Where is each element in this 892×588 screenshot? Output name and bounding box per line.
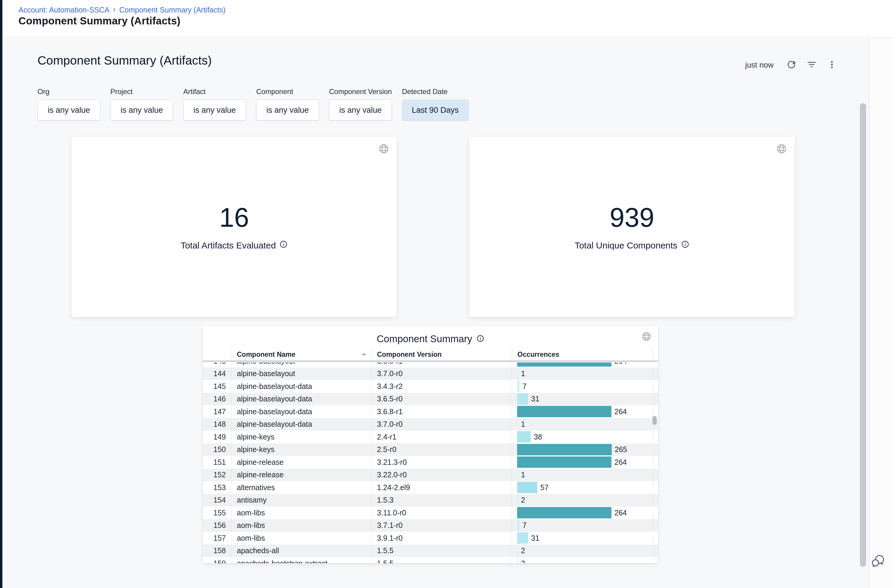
tile-total-unique-components: 939 Total Unique Components [469, 137, 795, 317]
occurrence-bar [517, 507, 612, 518]
table-row[interactable]: 151 alpine-release 3.21.3-r0 264 [203, 456, 658, 469]
cell-occurrences: 1 [512, 418, 653, 431]
cell-component-name: alpine-baselayout-data [231, 393, 371, 406]
occurrence-value: 1 [521, 369, 525, 378]
filter-org[interactable]: is any value [37, 100, 100, 120]
cell-occurrences: 1 [512, 469, 653, 482]
table-row[interactable]: 147 alpine-baselayout-data 3.6.8-r1 264 [203, 405, 658, 418]
occurrence-value: 7 [522, 521, 527, 530]
table-scrollbar-thumb[interactable] [652, 416, 657, 425]
occurrence-bar [517, 495, 518, 506]
cell-component-version: 3.4.3-r2 [371, 380, 512, 393]
occurrence-bar [517, 368, 518, 380]
cell-component-name: alternatives [231, 481, 371, 494]
occurrence-value: 264 [615, 508, 627, 517]
help-chat-button[interactable] [869, 552, 887, 570]
dashboard-title: Component Summary (Artifacts) [37, 54, 212, 68]
filter-project[interactable]: is any value [110, 100, 173, 120]
occurrence-bar [517, 545, 518, 556]
row-index: 151 [203, 456, 231, 469]
collapsed-sidebar-rail [0, 0, 2, 588]
table-row[interactable]: 158 apacheds-all 1.5.5 2 [203, 544, 658, 557]
table-row[interactable]: 155 aom-libs 3.11.0-r0 264 [203, 507, 658, 519]
filter-detected-date[interactable]: Last 90 Days [402, 100, 469, 120]
breadcrumb-account-link[interactable]: Account: Automation-SSCA [18, 6, 109, 14]
tile-component-summary-table: Component Summary Component Name Compone… [203, 326, 658, 563]
table-row[interactable]: 157 aom-libs 3.9.1-r0 31 [203, 532, 658, 544]
table-row[interactable]: 152 alpine-release 3.22.0-r0 1 [203, 469, 658, 482]
row-gutter [653, 469, 658, 482]
filter-label: Component [256, 87, 319, 96]
column-header-occurrences[interactable]: Occurrences [512, 348, 653, 361]
row-index: 158 [203, 544, 231, 557]
cell-component-version: 3.22.0-r0 [371, 469, 512, 482]
refresh-button[interactable] [785, 58, 798, 71]
cell-occurrences: 265 [512, 443, 653, 456]
cell-component-version: 3.6.8-r1 [371, 405, 512, 418]
row-gutter [653, 380, 658, 393]
cell-occurrences: 57 [512, 481, 653, 494]
chat-bubbles-icon [870, 566, 886, 570]
row-index: 150 [203, 443, 231, 456]
info-icon[interactable] [279, 240, 288, 250]
filter-component-version[interactable]: is any value [329, 100, 392, 120]
filter-component[interactable]: is any value [256, 100, 319, 120]
right-margin [870, 39, 892, 588]
cell-occurrences: 2 [512, 557, 653, 563]
table-row[interactable]: 144 alpine-baselayout 3.7.0-r0 1 [203, 368, 658, 380]
table-row[interactable]: 154 antisamy 1.5.3 2 [203, 494, 658, 507]
column-header-component-version[interactable]: Component Version [371, 348, 512, 361]
cell-component-version: 2.5-r0 [371, 443, 512, 456]
occurrence-bar [517, 456, 612, 468]
cell-component-name: antisamy [231, 494, 371, 507]
filter-icon [806, 59, 817, 71]
sort-asc-icon [361, 351, 367, 358]
table-row[interactable]: 150 alpine-keys 2.5-r0 265 [203, 443, 658, 456]
column-header-component-name[interactable]: Component Name [231, 348, 371, 361]
occurrence-value: 264 [615, 407, 627, 416]
cell-occurrences: 264 [512, 507, 653, 519]
cell-component-version: 3.6.8-r1 [371, 363, 512, 368]
table-row[interactable]: 149 alpine-keys 2.4-r1 38 [203, 430, 658, 443]
total-components-value: 939 [469, 204, 795, 231]
cell-component-name: alpine-baselayout-data [231, 405, 371, 418]
row-index: 143 [203, 363, 231, 368]
table-row[interactable]: 153 alternatives 1.24-2.el9 57 [203, 481, 658, 494]
occurrence-value: 264 [615, 458, 627, 466]
table-row[interactable]: 148 alpine-baselayout-data 3.7.0-r0 1 [203, 418, 658, 431]
table-row[interactable]: 145 alpine-baselayout-data 3.4.3-r2 7 [203, 380, 658, 393]
cell-component-name: aom-libs [231, 519, 371, 532]
row-index: 155 [203, 507, 231, 519]
row-gutter [653, 532, 658, 544]
occurrence-value: 1 [521, 471, 525, 479]
page-scrollbar-thumb[interactable] [860, 103, 866, 567]
breadcrumb-page-link[interactable]: Component Summary (Artifacts) [119, 6, 225, 14]
table-row[interactable]: 156 aom-libs 3.7.1-r0 7 [203, 519, 658, 532]
occurrence-bar [517, 431, 531, 442]
occurrence-bar [517, 558, 518, 563]
dashboard-filters-button[interactable] [805, 58, 818, 71]
occurrence-value: 264 [615, 363, 627, 365]
info-icon[interactable] [476, 334, 484, 344]
row-index: 154 [203, 494, 231, 507]
table-title: Component Summary [377, 333, 472, 345]
cell-occurrences: 264 [512, 405, 653, 418]
filter-artifact[interactable]: is any value [183, 100, 246, 120]
row-gutter [653, 430, 658, 443]
row-gutter [653, 368, 658, 380]
cell-component-name: alpine-baselayout [231, 368, 371, 380]
filter-item: Org is any value [37, 87, 100, 120]
globe-icon [378, 143, 389, 155]
cell-component-version: 3.9.1-r0 [371, 532, 512, 544]
total-artifacts-value: 16 [71, 204, 397, 231]
info-icon[interactable] [681, 240, 690, 250]
filter-label: Artifact [183, 87, 246, 96]
row-gutter [653, 557, 658, 563]
cell-component-version: 1.5.5 [371, 544, 512, 557]
table-row[interactable]: 146 alpine-baselayout-data 3.6.5-r0 31 [203, 393, 658, 406]
cell-component-version: 3.7.0-r0 [371, 418, 512, 431]
table-row[interactable]: 143 alpine-baselayout 3.6.8-r1 264 [203, 363, 658, 368]
occurrence-value: 1 [521, 420, 525, 429]
table-row[interactable]: 159 apacheds-bootstrap-extract 1.5.5 2 [203, 557, 658, 563]
dashboard-more-menu-button[interactable] [825, 58, 838, 71]
